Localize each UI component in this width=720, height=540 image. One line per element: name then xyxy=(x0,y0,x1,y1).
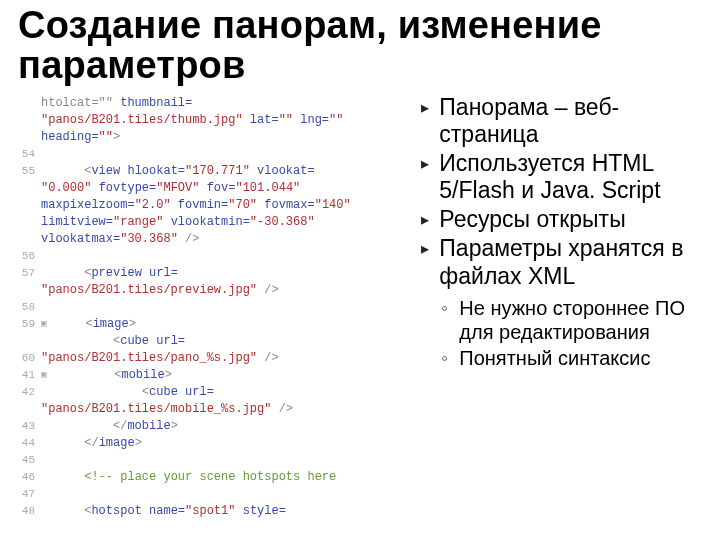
line-number xyxy=(19,180,35,197)
line-number: 43 xyxy=(19,418,35,435)
code-line: htolcat="" thumbnail= xyxy=(41,95,408,112)
line-number: 59 xyxy=(19,316,35,333)
code-line xyxy=(41,299,408,316)
code-line: </mobile> xyxy=(41,418,408,435)
code-block: 545556575859604142434445464748 htolcat="… xyxy=(18,94,409,521)
sub-bullet-item: Понятный синтаксис xyxy=(421,346,702,370)
code-line xyxy=(41,452,408,469)
code-line: maxpixelzoom="2.0" fovmin="70" fovmax="1… xyxy=(41,197,408,214)
code-lines: htolcat="" thumbnail="panos/B201.tiles/t… xyxy=(41,95,408,520)
line-number xyxy=(19,231,35,248)
line-number-gutter: 545556575859604142434445464748 xyxy=(19,95,41,520)
code-line: "panos/B201.tiles/mobile_%s.jpg" /> xyxy=(41,401,408,418)
line-number xyxy=(19,95,35,112)
code-line xyxy=(41,486,408,503)
code-line: "0.000" fovtype="MFOV" fov="101.044" xyxy=(41,180,408,197)
line-number: 60 xyxy=(19,350,35,367)
code-line: <hotspot name="spot1" style= xyxy=(41,503,408,520)
code-line: </image> xyxy=(41,435,408,452)
bullet-list-main: Панорама – веб-страница Используется HTM… xyxy=(421,94,702,290)
bullet-item: Параметры хранятся в файлах XML xyxy=(421,235,698,289)
line-number xyxy=(19,129,35,146)
line-number xyxy=(19,333,35,350)
line-number xyxy=(19,282,35,299)
code-line: heading=""> xyxy=(41,129,408,146)
code-line: ▣ <mobile> xyxy=(41,367,408,384)
code-line: <view hlookat="170.771" vlookat= xyxy=(41,163,408,180)
code-line: <preview url= xyxy=(41,265,408,282)
bullet-item: Используется HTML 5/Flash и Java. Script xyxy=(421,150,698,204)
line-number xyxy=(19,214,35,231)
slide-body: 545556575859604142434445464748 htolcat="… xyxy=(18,94,702,521)
line-number: 41 xyxy=(19,367,35,384)
slide-title: Создание панорам, изменение параметров xyxy=(18,6,702,86)
line-number: 44 xyxy=(19,435,35,452)
code-line: "panos/B201.tiles/preview.jpg" /> xyxy=(41,282,408,299)
line-number: 47 xyxy=(19,486,35,503)
bullet-panel: Панорама – веб-страница Используется HTM… xyxy=(421,94,702,521)
line-number: 45 xyxy=(19,452,35,469)
line-number: 55 xyxy=(19,163,35,180)
code-line: <cube url= xyxy=(41,333,408,350)
sub-bullet-item: Не нужно стороннее ПО для редактирования xyxy=(421,296,702,345)
code-line: "panos/B201.tiles/thumb.jpg" lat="" lng=… xyxy=(41,112,408,129)
line-number xyxy=(19,112,35,129)
code-line: "panos/B201.tiles/pano_%s.jpg" /> xyxy=(41,350,408,367)
bullet-list-sub: Не нужно стороннее ПО для редактирования… xyxy=(421,296,702,371)
line-number: 48 xyxy=(19,503,35,520)
code-line: limitview="range" vlookatmin="-30.368" xyxy=(41,214,408,231)
line-number: 42 xyxy=(19,384,35,401)
bullet-item: Панорама – веб-страница xyxy=(421,94,698,148)
line-number: 54 xyxy=(19,146,35,163)
line-number: 56 xyxy=(19,248,35,265)
line-number: 57 xyxy=(19,265,35,282)
code-line: <cube url= xyxy=(41,384,408,401)
code-line xyxy=(41,146,408,163)
bullet-item: Ресурсы открыты xyxy=(421,206,698,233)
code-panel: 545556575859604142434445464748 htolcat="… xyxy=(18,94,409,521)
code-line: ▣ <image> xyxy=(41,316,408,333)
slide: Создание панорам, изменение параметров 5… xyxy=(0,0,720,540)
line-number: 46 xyxy=(19,469,35,486)
line-number xyxy=(19,401,35,418)
line-number: 58 xyxy=(19,299,35,316)
code-line: <!-- place your scene hotspots here xyxy=(41,469,408,486)
line-number xyxy=(19,197,35,214)
code-line xyxy=(41,248,408,265)
code-line: vlookatmax="30.368" /> xyxy=(41,231,408,248)
